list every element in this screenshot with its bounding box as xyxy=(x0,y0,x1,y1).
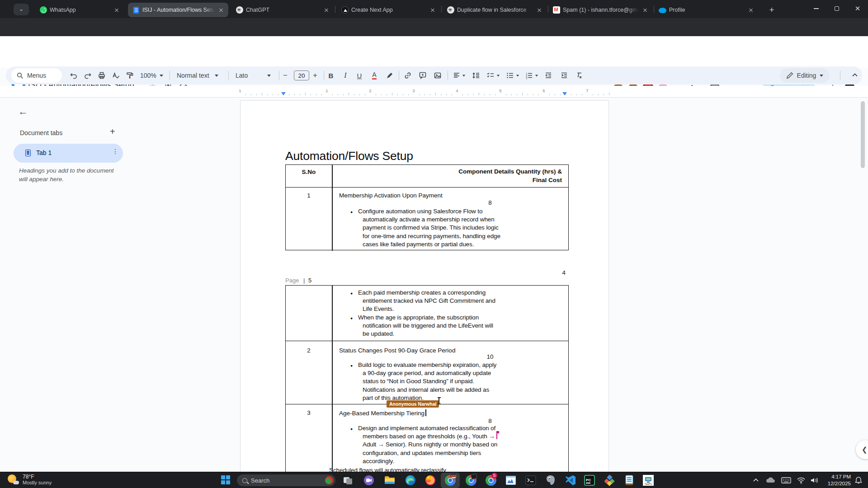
print-icon[interactable] xyxy=(95,66,108,84)
firefox-icon[interactable] xyxy=(424,474,437,487)
notification-bell-icon[interactable] xyxy=(854,472,863,488)
headings-hint: Headings you add to the documentwill app… xyxy=(19,166,113,183)
browser-tab-7[interactable]: Profile xyxy=(654,3,758,17)
onedrive-icon[interactable] xyxy=(766,472,776,488)
font-select[interactable]: Lato xyxy=(236,66,248,84)
chrome-main-icon[interactable] xyxy=(444,474,457,487)
underline-icon[interactable]: U xyxy=(353,66,366,84)
checklist-caret[interactable] xyxy=(492,66,505,84)
pycharm-icon[interactable]: PC xyxy=(583,474,596,487)
vscode-icon[interactable] xyxy=(564,474,577,487)
terminal-icon[interactable] xyxy=(524,474,537,487)
wifi-icon[interactable] xyxy=(797,472,806,488)
paragraph-style-select[interactable]: Normal text xyxy=(177,66,209,84)
add-tab-icon[interactable]: + xyxy=(110,127,115,137)
sidebar-tab-1[interactable]: Tab 1 ⋮ xyxy=(14,144,123,163)
browser-tab-2[interactable]: ISIJ - Automation/Flows Setup xyxy=(128,3,228,17)
tab-close-icon[interactable] xyxy=(536,6,543,14)
line-spacing-icon[interactable] xyxy=(470,66,482,84)
plus-icon[interactable]: + xyxy=(309,66,321,84)
paragraph-style-select-caret[interactable] xyxy=(215,66,218,84)
back-arrow-icon[interactable]: ← xyxy=(18,106,28,117)
align-caret[interactable] xyxy=(458,66,470,84)
tab-label: WhatsApp xyxy=(50,7,110,13)
menus-search-button[interactable]: Menus xyxy=(11,68,62,83)
browser-tab-5[interactable]: Duplicate flow in Salesforce xyxy=(443,3,547,17)
bullet-caret[interactable] xyxy=(511,66,524,84)
font-select-caret[interactable] xyxy=(267,66,271,84)
new-tab-button[interactable]: + xyxy=(766,4,778,16)
tray-expand-icon[interactable] xyxy=(752,472,760,488)
tab-close-icon[interactable] xyxy=(429,6,436,14)
tab-label: Duplicate flow in Salesforce xyxy=(457,7,533,13)
tab-search-button[interactable]: ⌄ xyxy=(14,4,29,15)
hide-side-panel-button[interactable]: ❮ xyxy=(856,440,868,459)
browser-tab-6[interactable]: Spam (1) - ishann.tforce@gmai xyxy=(548,3,652,17)
paint-format-icon[interactable] xyxy=(123,66,136,84)
minus-icon[interactable]: − xyxy=(279,66,292,84)
volume-icon[interactable] xyxy=(810,472,819,488)
minimize-button[interactable] xyxy=(806,0,826,17)
edge-icon[interactable] xyxy=(404,474,417,487)
browser-tab-3[interactable]: ChatGPT xyxy=(231,3,334,17)
browser-tab-1[interactable]: WhatsApp xyxy=(35,3,124,17)
add-comment-icon[interactable] xyxy=(416,66,429,84)
hide-menus-icon[interactable] xyxy=(850,70,859,80)
table-row: 1Membership Activation Upon Payment8●Con… xyxy=(286,187,568,251)
outdent-icon[interactable] xyxy=(542,66,555,84)
tab-close-icon[interactable] xyxy=(323,6,330,14)
font-size-input[interactable]: 20 xyxy=(294,70,309,80)
editing-mode-button[interactable]: Editing xyxy=(780,68,830,83)
taskbar-search[interactable]: Search xyxy=(237,474,335,486)
taskpro-icon[interactable]: TaskPro xyxy=(642,474,655,487)
italic-icon[interactable]: I xyxy=(339,66,352,84)
doc-heading: Automation/Flows Setup xyxy=(285,149,413,163)
vercel-icon xyxy=(341,6,349,14)
document-canvas: ← Document tabs + Tab 1 ⋮ Headings you a… xyxy=(0,98,868,472)
scrollbar-thumb[interactable] xyxy=(861,101,865,168)
ibeam-cursor xyxy=(439,398,439,404)
taskbar-clock[interactable]: 4:17 PM12/2/2025 xyxy=(826,474,851,487)
tab-close-icon[interactable] xyxy=(217,6,225,14)
zoom-select-caret[interactable] xyxy=(160,66,163,84)
redo-icon[interactable] xyxy=(81,66,94,84)
weather-widget[interactable]: 78°FMostly sunny xyxy=(7,474,52,485)
chat-icon[interactable] xyxy=(363,474,375,487)
task-manager-icon[interactable] xyxy=(505,474,517,487)
touch-keyboard-icon[interactable] xyxy=(781,472,791,488)
tab-close-icon[interactable] xyxy=(747,6,755,14)
right-indent-marker[interactable] xyxy=(562,92,567,95)
maximize-button[interactable] xyxy=(826,0,847,17)
start-button[interactable] xyxy=(220,474,232,487)
highlight-icon[interactable] xyxy=(383,66,396,84)
tab-close-icon[interactable] xyxy=(642,6,649,14)
zoom-select[interactable]: 100% xyxy=(140,66,156,84)
task-view-icon[interactable] xyxy=(342,474,354,487)
browser-tab-4[interactable]: Create Next App xyxy=(337,3,440,17)
close-button[interactable]: ✕ xyxy=(847,0,868,17)
bold-icon[interactable]: B xyxy=(325,66,337,84)
clear-format-icon[interactable] xyxy=(573,66,585,84)
chrome-2-icon[interactable] xyxy=(465,474,477,487)
chrome-s-icon[interactable]: S xyxy=(485,474,497,487)
indent-icon[interactable] xyxy=(558,66,571,84)
numbered-caret[interactable] xyxy=(530,66,543,84)
tab-options-icon[interactable]: ⋮ xyxy=(112,148,118,155)
tab-label: Profile xyxy=(669,7,745,13)
file-explorer-icon[interactable] xyxy=(383,474,396,487)
text-color-icon[interactable]: A xyxy=(368,66,381,84)
notepad-icon[interactable] xyxy=(623,474,636,487)
insert-link-icon[interactable] xyxy=(401,66,414,84)
doc-table-2: ●Each paid membership creates a correspo… xyxy=(285,285,569,488)
table-row: ●Each paid membership creates a correspo… xyxy=(286,286,568,341)
postgresql-icon[interactable] xyxy=(544,474,557,487)
search-icon xyxy=(17,72,24,79)
document-page[interactable]: Automation/Flows Setup S.NoComponent Det… xyxy=(240,100,609,472)
undo-icon[interactable] xyxy=(67,66,80,84)
google-docs-icon xyxy=(133,7,139,14)
insert-image-icon[interactable] xyxy=(431,66,444,84)
left-indent-marker[interactable] xyxy=(281,92,286,95)
spellcheck-icon[interactable] xyxy=(109,66,122,84)
drawio-icon[interactable] xyxy=(603,474,616,487)
tab-close-icon[interactable] xyxy=(113,6,120,14)
